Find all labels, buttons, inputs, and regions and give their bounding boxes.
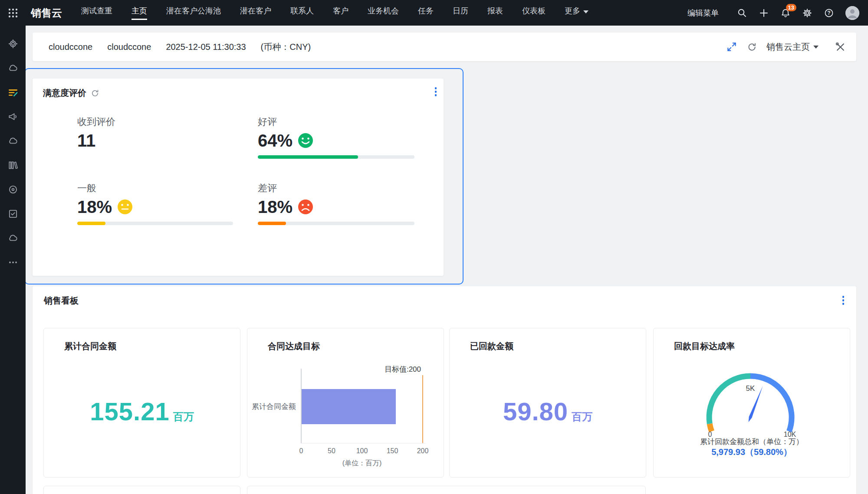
kpi-value: 59.80 百万 [450,397,646,426]
gear-icon [802,8,812,18]
card-title: 累计合同金额 [64,340,116,352]
org-name: cloudccone [49,42,92,52]
progress-track [258,155,414,159]
chart-caption: (单位：百万) [342,459,382,467]
tools-icon [835,42,846,52]
nav-item-dashboards[interactable]: 仪表板 [522,0,546,26]
svg-text:0: 0 [299,447,303,455]
nav-item-more[interactable]: 更多 [565,0,589,26]
expand-icon [726,41,737,52]
kebab-icon [842,296,845,298]
card-contract-goal-chart: 合同达成目标 目标值:200 累计合同金额 0 50 100 150 200 (… [247,328,444,478]
kebab-icon [435,87,437,89]
sales-board-title: 销售看板 [44,295,79,307]
grid-icon [8,8,18,18]
header-actions: 销售云主页 [726,41,846,53]
library-icon [7,160,19,171]
svg-text:200: 200 [417,447,429,455]
sidebar-item-disc[interactable] [0,177,26,202]
nav-item-lead-pool[interactable]: 潜在客户公海池 [166,0,221,26]
card-total-contract-amount: 累计合同金额 155.21 百万 [43,328,240,478]
fullscreen-button[interactable] [726,41,737,52]
goal-bar-chart: 目标值:200 累计合同金额 0 50 100 150 200 (单位：百万) [247,328,444,478]
ellipsis-icon [7,257,19,268]
brand-title: 销售云 [31,6,62,20]
x-axis-ticks: 0 50 100 150 200 [299,447,429,455]
dashboard-header-bar: cloudccone cloudccone 2025-12-05 11:30:3… [33,33,856,61]
sidebar-item-approvals[interactable] [0,202,26,226]
user-avatar[interactable] [845,6,859,20]
metric-good: 好评 64% [258,115,414,159]
search-icon [737,8,747,18]
kpi-value: 155.21 百万 [44,397,240,426]
page-selector-dropdown[interactable]: 销售云主页 [766,41,819,53]
sidebar-item-more[interactable] [0,250,26,275]
sales-board-panel: 销售看板 累计合同金额 155.21 百万 合同达成目标 目标值:200 累计合… [33,286,856,494]
sidebar-item-marketing[interactable] [0,105,26,129]
metric-bad: 差评 18% [258,182,414,225]
partial-card [247,486,646,494]
sidebar-item-cloud-2[interactable] [0,129,26,153]
refresh-icon[interactable] [91,89,99,98]
progress-fill-good [258,155,358,159]
y-axis-label: 累计合同金额 [252,402,296,411]
notifications-button[interactable]: 13 [780,8,791,18]
page-tools-button[interactable] [835,42,846,52]
settings-button[interactable] [802,8,812,18]
megaphone-icon [7,111,19,122]
sidebar-item-settings[interactable] [0,32,26,56]
kpi-number: 155.21 [90,397,169,426]
metric-neutral: 一般 18% [77,182,233,225]
help-button[interactable]: ? [824,8,834,18]
metric-value: 64% [258,130,293,151]
sidebar-item-dashboard-active[interactable] [0,80,26,105]
gauge-segment-mid [709,376,750,424]
search-button[interactable] [737,8,747,18]
nav-item-tasks[interactable]: 任务 [418,0,434,26]
progress-track [258,222,414,225]
gauge-segment-low [710,424,712,432]
metric-value: 11 [77,130,95,151]
nav-item-leads[interactable]: 潜在客户 [240,0,271,26]
cloud-icon [7,135,19,147]
progress-fill-bad [258,222,286,225]
gauge-tick-mid: 5K [746,384,755,393]
metric-label: 差评 [258,182,414,195]
nav-item-dedupe[interactable]: 测试查重 [81,0,112,26]
left-sidebar [0,26,26,494]
sidebar-item-library[interactable] [0,153,26,177]
create-button[interactable] [759,8,769,18]
plus-icon [759,8,769,18]
satisfaction-widget-selection[interactable]: 满意度评价 收到评价 11 好评 64% [24,68,464,285]
nav-item-reports[interactable]: 报表 [487,0,503,26]
nav-item-calendar[interactable]: 日历 [453,0,468,26]
main-nav: 测试查重 主页 潜在客户公海池 潜在客户 联系人 客户 业务机会 任务 日历 报… [81,0,589,26]
nav-item-contacts[interactable]: 联系人 [290,0,314,26]
nav-item-opportunities[interactable]: 业务机会 [368,0,399,26]
app-launcher-button[interactable] [0,0,26,26]
sidebar-item-cloud-1[interactable] [0,56,26,80]
app-name: cloudccone [107,42,151,52]
metric-label: 收到评价 [77,115,234,128]
metric-value: 18% [258,196,293,217]
card-title: 已回款金额 [470,340,513,352]
edit-menu-button[interactable]: 编辑菜单 [687,8,719,18]
progress-fill-neutral [77,222,105,225]
kpi-number: 59.80 [503,397,568,426]
smiley-neutral-icon [117,199,133,215]
satisfaction-menu-button[interactable] [432,85,440,99]
refresh-timestamp: 2025-12-05 11:30:33 [166,42,246,52]
gear-icon [7,38,19,49]
svg-text:?: ? [827,10,830,16]
sidebar-item-cloud-3[interactable] [0,226,26,250]
metric-label: 一般 [77,182,233,195]
refresh-button[interactable] [747,42,757,52]
nav-item-home[interactable]: 主页 [132,0,147,26]
nav-item-accounts[interactable]: 客户 [333,0,349,26]
check-square-icon [7,208,19,219]
sales-board-menu-button[interactable] [840,293,847,308]
partial-card [43,486,240,494]
metric-received: 收到评价 11 [77,115,234,151]
goal-bar [302,389,396,424]
progress-track [77,222,233,225]
